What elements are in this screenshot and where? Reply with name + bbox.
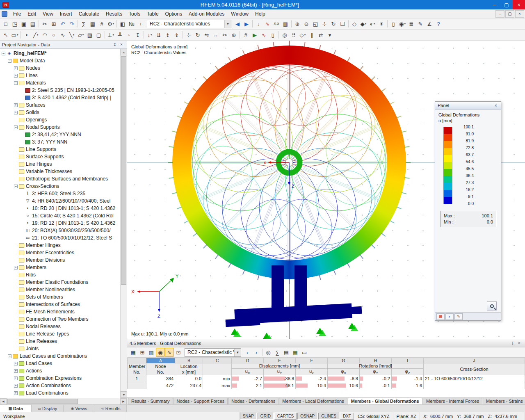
nodal-load-icon[interactable]: ↓▾	[145, 30, 154, 39]
value-cell[interactable]: -1.4	[392, 375, 424, 382]
navigator-tab-data[interactable]: ▦Data	[0, 405, 32, 412]
free-load-icon[interactable]: ↡	[172, 30, 181, 39]
panel-close-icon[interactable]: ×	[493, 103, 499, 109]
table-title-bar[interactable]: 4.5 Members - Global Deformations ↧ ×	[127, 339, 525, 347]
excel-export-icon[interactable]: ▦	[291, 348, 300, 357]
status-toggle-glines[interactable]: GLINES	[318, 413, 339, 420]
more-tools-icon[interactable]: ▾	[325, 30, 334, 39]
column-letter-c[interactable]: C	[203, 358, 232, 363]
mdi-minimize-icon[interactable]: –	[495, 10, 504, 18]
tree-item-model-data[interactable]: −Model Data	[0, 57, 120, 64]
tree-expander-icon[interactable]: +	[14, 74, 18, 78]
vscroll-track[interactable]	[121, 55, 127, 391]
menu-table[interactable]: Table	[144, 9, 162, 18]
column-letter-i[interactable]: I	[392, 358, 424, 363]
menu-tools[interactable]: Tools	[126, 9, 144, 18]
value-cell[interactable]: -38.8	[264, 375, 296, 382]
lighting-icon[interactable]: ☀	[377, 19, 386, 28]
scroll-down-icon[interactable]: ▼	[121, 391, 127, 398]
guidelines-icon[interactable]: ∥	[307, 30, 316, 39]
table-row[interactable]: 472237.4max2.148.110.410.6-0.11.6	[128, 382, 525, 389]
stretch-object-icon[interactable]: ↔	[211, 30, 220, 39]
table-tab-results-summary[interactable]: Results - Summary	[128, 398, 173, 404]
rotate-view-icon[interactable]: ↻	[329, 19, 338, 28]
value-cell[interactable]: 10.4	[296, 382, 328, 389]
hscroll-thumb[interactable]	[7, 399, 78, 404]
table-edit-icon[interactable]: ⊡	[174, 348, 183, 357]
copy-icon[interactable]: ⊞	[49, 19, 58, 28]
new-member-icon[interactable]: ╲▾	[67, 30, 76, 39]
tree-item-load-cases[interactable]: +Load Cases	[0, 360, 120, 367]
help-icon[interactable]: ?	[434, 19, 443, 28]
tree-expander-icon[interactable]: −	[8, 59, 11, 63]
show-loads-icon[interactable]: ↓	[254, 19, 263, 28]
chevron-down-icon[interactable]: ▼	[224, 20, 231, 28]
table-settings-icon[interactable]: ⊞	[138, 348, 147, 357]
vscroll-thumb[interactable]	[121, 56, 126, 285]
table-tab-members-strains[interactable]: Members - Strains	[483, 398, 525, 404]
tree-item-ribs[interactable]: Ribs	[0, 271, 120, 278]
table-tab-nodes-deformations[interactable]: Nodes - Deformations	[228, 398, 278, 404]
tree-expander-icon[interactable]: −	[14, 185, 18, 188]
tree-expander-icon[interactable]: +	[14, 103, 18, 107]
menu-results[interactable]: Results	[103, 9, 126, 18]
tree-item-3-37-yyy-nnn[interactable]: 3: 37; YYY NNN	[0, 138, 120, 146]
tree-item-materials[interactable]: −Materials	[0, 79, 120, 87]
tree-item-combination-expressions[interactable]: +Combination Expressions	[0, 374, 120, 382]
zoom-out-icon[interactable]: ⊖	[302, 19, 311, 28]
tree-item-21-to-600-500-10-10-12-12-steel-s[interactable]: ▭21: TO 600/500/10/10/12/12; Steel S	[0, 234, 120, 242]
tree-item-connection-of-two-members[interactable]: Connection of Two Members	[0, 315, 120, 323]
print-icon[interactable]: ▤	[28, 19, 37, 28]
value-cell[interactable]: 10.6	[328, 382, 360, 389]
tree-item-line-hinges[interactable]: Line Hinges	[0, 160, 120, 168]
tree-expander-icon[interactable]: +	[14, 266, 18, 269]
column-letter-g[interactable]: G	[328, 358, 360, 363]
move-copy-icon[interactable]: ⊹	[184, 30, 193, 39]
connect-members-icon[interactable]: ⊕	[229, 30, 238, 39]
column-letter-h[interactable]: H	[360, 358, 392, 363]
scroll-left-icon[interactable]: ◀	[0, 398, 7, 405]
calculation-icon[interactable]: ∑	[79, 19, 88, 28]
save-model-icon[interactable]: ▣	[19, 19, 28, 28]
displacements-group-header[interactable]: Displacements [mm]	[232, 363, 328, 369]
horizontal-scrollbar[interactable]: ◀ ▶	[0, 398, 127, 404]
navigator-tab-views[interactable]: ◉Views	[64, 405, 95, 412]
tree-item-19-rd-12-din-1013-1-s-420-1-4362[interactable]: •19: RD 12 | DIN 1013-1; S 420 1.4362	[0, 219, 120, 227]
tree-item-actions[interactable]: +Actions	[0, 367, 120, 374]
cut-icon[interactable]: ✂	[40, 19, 49, 28]
column-letter-b[interactable]: B	[175, 358, 203, 363]
tree-item-surface-supports[interactable]: Surface Supports	[0, 153, 120, 160]
tree-item-10-rd-20-din-1013-1-s-420-1-4362[interactable]: •10: RD 20 | DIN 1013-1; S 420 1.4362	[0, 205, 120, 212]
undo-icon[interactable]: ↶	[58, 19, 67, 28]
status-toggle-snap[interactable]: SNAP	[240, 413, 257, 420]
tree-item-line-supports[interactable]: Line Supports	[0, 146, 120, 153]
rotations-group-header[interactable]: Rotations [mrad]	[328, 363, 424, 369]
tree-item-solids[interactable]: +Solids	[0, 109, 120, 116]
zoom-window-icon[interactable]: ◱	[311, 19, 320, 28]
display-mode-icon[interactable]: ◐▾	[368, 19, 377, 28]
navigator-tab-display[interactable]: ▭Display	[32, 405, 63, 412]
sub-header-y[interactable]: φY	[360, 369, 392, 375]
location-cell[interactable]: 0.0	[175, 375, 203, 382]
tree-item-ring-helfem[interactable]: −◈Ring_helFEM*	[0, 50, 120, 57]
tree-expander-icon[interactable]: +	[14, 369, 18, 373]
close-icon[interactable]: ×	[513, 0, 525, 9]
node-cell[interactable]: 472	[146, 382, 175, 389]
tree-item-4-hr-840-12-600-10-700-400-steel[interactable]: ▽4: HR 840/12/600/10/700/400; Steel	[0, 197, 120, 205]
tree-item-line-releases[interactable]: Line Releases	[0, 338, 120, 345]
switch-plane-icon[interactable]: ⇄	[316, 30, 325, 39]
tree-item-member-eccentricities[interactable]: Member Eccentricities	[0, 249, 120, 256]
new-opening-icon[interactable]: ▢	[94, 30, 103, 39]
tree-item-orthotropic-surfaces-and-membranes[interactable]: Orthotropic Surfaces and Membranes	[0, 175, 120, 183]
table-close-icon[interactable]: ×	[516, 340, 523, 346]
view-plane-icon[interactable]: ◇	[350, 19, 359, 28]
minmax-col-header[interactable]	[203, 363, 232, 375]
isometric-view-icon[interactable]: ◆▾	[359, 19, 368, 28]
fe-mesh-icon[interactable]: #	[97, 19, 106, 28]
menu-add-on-modules[interactable]: Add-on Modules	[185, 9, 228, 18]
select-pointer-icon[interactable]: ↖	[1, 30, 10, 39]
grid-settings-icon[interactable]: ⠿	[289, 30, 298, 39]
show-rows-filter-icon[interactable]: ∿	[165, 348, 174, 357]
tree-expander-icon[interactable]: +	[14, 377, 18, 380]
menu-options[interactable]: Options	[162, 9, 185, 18]
